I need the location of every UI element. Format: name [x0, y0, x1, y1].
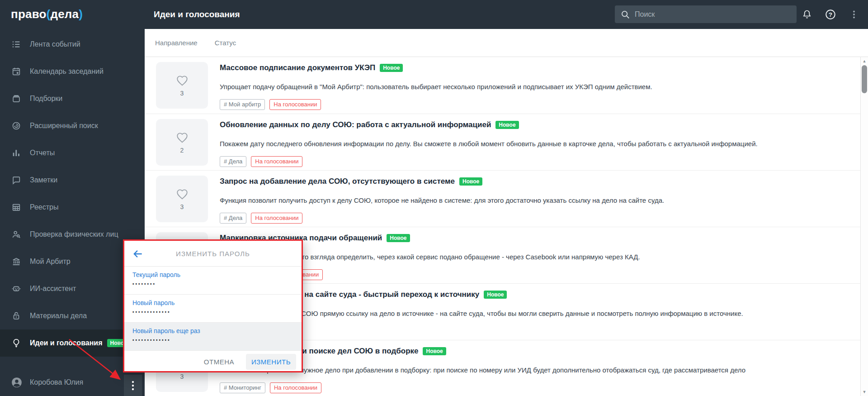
filter-status[interactable]: Статус	[215, 39, 236, 47]
idea-tags: # Дела На голосовании	[220, 156, 850, 167]
search-box[interactable]	[615, 5, 797, 23]
person-search-icon	[11, 229, 22, 240]
kebab-icon	[128, 379, 137, 392]
idea-description: Функция позволит с первого взгляда опред…	[220, 253, 850, 261]
feed-icon	[11, 39, 22, 50]
vote-count: 2	[180, 147, 184, 154]
idea-tags: На голосовании	[220, 269, 850, 280]
topic-tag[interactable]: # Мониторинг	[220, 382, 265, 393]
notes-icon	[11, 175, 22, 186]
header-menu-button[interactable]	[848, 9, 860, 20]
new-badge: Новое	[484, 291, 507, 299]
sidebar-item-notes[interactable]: Заметки	[0, 167, 145, 194]
current-password-field[interactable]: Текущий пароль ••••••••	[124, 267, 302, 295]
new-badge: Новое	[459, 177, 482, 186]
search-input[interactable]	[635, 10, 779, 19]
sidebar-item-label: Подборки	[30, 95, 62, 103]
idea-description: Поможем быстрее найти нужное дело при до…	[220, 366, 850, 374]
idea-row: 2 Обновление данных по делу СОЮ: работа …	[145, 114, 868, 170]
vote-card[interactable]: 3	[156, 176, 208, 222]
sidebar-item-label: Календарь заседаний	[30, 67, 104, 76]
vote-count: 3	[180, 373, 184, 380]
filter-bar: Направление Статус	[145, 29, 868, 57]
page-title: Идеи и голосования	[154, 0, 240, 29]
back-button[interactable]	[132, 248, 144, 260]
change-password-modal: ИЗМЕНИТЬ ПАРОЛЬ Текущий пароль •••••••• …	[123, 239, 303, 372]
sidebar-item-label: Заметки	[30, 176, 57, 184]
repeat-password-field[interactable]: Новый пароль еще раз •••••••••••••	[124, 323, 302, 351]
submit-button[interactable]: ИЗМЕНИТЬ	[246, 354, 296, 370]
kebab-icon	[849, 9, 859, 20]
scrollbar-thumb[interactable]	[862, 65, 867, 93]
status-tag[interactable]: На голосовании	[270, 382, 321, 393]
idea-description: Добавим в карточку дела СОЮ прямую ссылк…	[220, 310, 850, 317]
calendar-icon	[11, 66, 22, 77]
user-profile[interactable]: Коробова Юлия	[0, 369, 145, 396]
avatar-icon	[11, 377, 23, 388]
modal-footer: ОТМЕНА ИЗМЕНИТЬ	[124, 351, 302, 372]
scroll-down-arrow[interactable]: ▼	[861, 390, 868, 394]
status-tag[interactable]: На голосовании	[269, 99, 321, 110]
vote-card[interactable]: 3	[156, 62, 208, 109]
sidebar-item-label: Реестры	[30, 203, 59, 211]
back-arrow-icon	[132, 248, 144, 260]
topic-tag[interactable]: # Дела	[220, 213, 246, 224]
app-logo: право(дела)	[0, 0, 145, 21]
new-password-field[interactable]: Новый пароль •••••••••••••	[124, 295, 302, 323]
masked-password-value: ••••••••	[132, 281, 302, 286]
topic-tag[interactable]: # Мой арбитр	[220, 99, 265, 110]
new-badge: Новое	[423, 347, 446, 355]
user-menu-button[interactable]	[124, 375, 142, 396]
sidebar-item-events-feed[interactable]: Лента событий	[0, 31, 145, 58]
idea-description: Упрощает подачу обращений в "Мой Арбитр"…	[220, 83, 850, 91]
sidebar-item-label: Материалы дела	[30, 312, 87, 320]
ai-assistant-icon	[11, 283, 22, 294]
sidebar-item-advanced-search[interactable]: Расширенный поиск	[0, 112, 145, 139]
sidebar-item-label: Проверка физических лиц	[30, 230, 118, 239]
sidebar-item-registers[interactable]: Реестры	[0, 194, 145, 221]
new-badge: Новое	[495, 121, 519, 129]
new-badge: Новое	[380, 64, 403, 72]
idea-tags: # Дела На голосовании	[220, 213, 850, 224]
sidebar-item-calendar[interactable]: Календарь заседаний	[0, 58, 145, 85]
scrollbar[interactable]: ▲ ▼	[860, 57, 868, 396]
sidebar-item-label: Лента событий	[30, 40, 80, 48]
registers-icon	[11, 202, 22, 213]
status-tag[interactable]: На голосовании	[251, 156, 302, 167]
cancel-button[interactable]: ОТМЕНА	[198, 354, 240, 370]
topic-tag[interactable]: # Дела	[220, 156, 246, 167]
sidebar-item-label: Расширенный поиск	[30, 122, 98, 130]
sidebar-item-reports[interactable]: Отчеты	[0, 139, 145, 167]
idea-tags: # Дела На голосовании	[220, 326, 850, 337]
advanced-search-icon	[11, 120, 22, 131]
lightbulb-icon	[11, 338, 22, 348]
help-icon: ?	[825, 9, 836, 20]
heart-icon[interactable]	[175, 188, 189, 200]
new-badge: Новое	[387, 234, 410, 242]
field-label: Текущий пароль	[132, 271, 302, 278]
sidebar-item-collections[interactable]: Подборки	[0, 85, 145, 112]
search-icon	[620, 10, 630, 19]
field-label: Новый пароль еще раз	[132, 327, 302, 334]
idea-tags: # Мой арбитр На голосовании	[220, 99, 850, 110]
status-tag[interactable]: На голосовании	[251, 213, 302, 224]
modal-header: ИЗМЕНИТЬ ПАРОЛЬ	[124, 241, 302, 267]
idea-title[interactable]: Обновление данных по делу СОЮ: работа с …	[220, 120, 491, 129]
help-button[interactable]: ?	[825, 9, 836, 20]
heart-icon[interactable]	[175, 74, 189, 87]
modal-title: ИЗМЕНИТЬ ПАРОЛЬ	[124, 250, 302, 258]
user-name: Коробова Юлия	[30, 378, 83, 386]
scroll-up-arrow[interactable]: ▲	[861, 59, 868, 63]
heart-icon[interactable]	[175, 131, 189, 144]
filter-direction[interactable]: Направление	[155, 39, 198, 47]
idea-tags: # Мониторинг На голосовании	[220, 382, 850, 393]
vote-card[interactable]: 2	[156, 119, 208, 166]
vote-count: 3	[180, 203, 184, 210]
idea-title[interactable]: Запрос на добавление дела СОЮ, отсутству…	[220, 177, 455, 186]
reports-icon	[11, 148, 22, 158]
bell-icon	[802, 9, 812, 20]
masked-password-value: •••••••••••••	[132, 338, 302, 343]
notifications-button[interactable]	[801, 9, 813, 20]
sidebar-item-label: Идеи и голосования	[30, 339, 103, 347]
idea-title[interactable]: Массовое подписание документов УКЭП	[220, 63, 375, 72]
